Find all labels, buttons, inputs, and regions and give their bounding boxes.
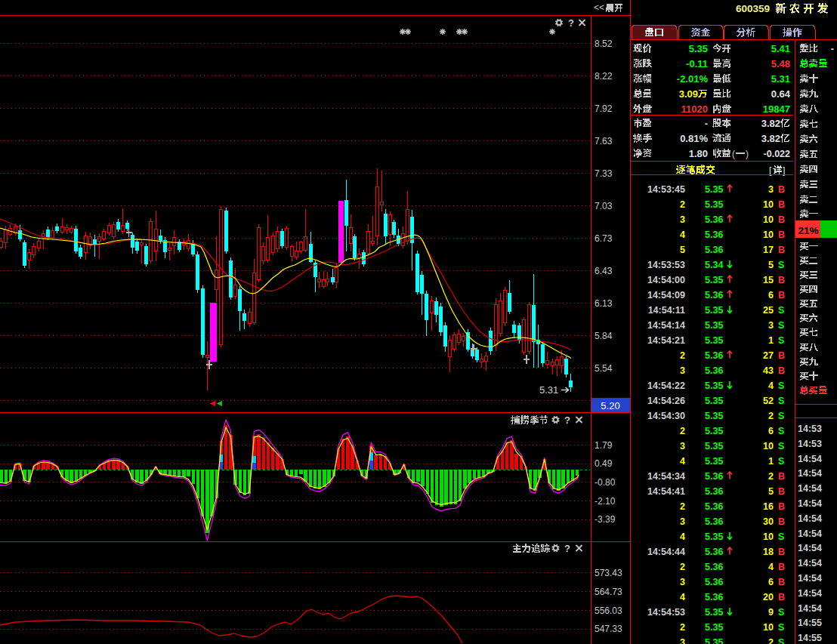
svg-text:2: 2 bbox=[680, 562, 685, 572]
svg-text:5.35: 5.35 bbox=[705, 184, 723, 195]
svg-text:B: B bbox=[778, 562, 785, 572]
svg-text:3: 3 bbox=[680, 365, 685, 376]
svg-text:5.36: 5.36 bbox=[705, 365, 723, 376]
svg-text:?: ? bbox=[568, 17, 574, 29]
svg-text:14:54:41: 14:54:41 bbox=[647, 486, 685, 497]
svg-text:5.35: 5.35 bbox=[705, 396, 723, 406]
svg-text:(: ( bbox=[732, 149, 735, 159]
svg-text:2: 2 bbox=[680, 426, 685, 436]
svg-text:5.36: 5.36 bbox=[705, 230, 723, 240]
svg-text:20: 20 bbox=[763, 592, 774, 602]
svg-text:5.36: 5.36 bbox=[705, 245, 723, 255]
svg-text:B: B bbox=[778, 184, 785, 195]
svg-text:14:53: 14:53 bbox=[798, 424, 822, 434]
svg-text:S: S bbox=[778, 260, 784, 270]
svg-text:-2.01%: -2.01% bbox=[677, 73, 709, 85]
svg-text:3: 3 bbox=[680, 516, 685, 527]
svg-text:14:54:26: 14:54:26 bbox=[647, 396, 685, 406]
svg-text:14:54:44: 14:54:44 bbox=[647, 547, 685, 557]
svg-text:3.82: 3.82 bbox=[761, 118, 780, 129]
svg-text:5.36: 5.36 bbox=[705, 562, 723, 572]
svg-text:S: S bbox=[778, 381, 784, 391]
svg-text:6.73: 6.73 bbox=[595, 233, 613, 244]
svg-text:-: - bbox=[831, 44, 834, 54]
svg-text:5: 5 bbox=[768, 486, 774, 497]
svg-text:3: 3 bbox=[680, 637, 685, 644]
svg-text:?: ? bbox=[564, 543, 570, 554]
svg-text:556.03: 556.03 bbox=[595, 605, 622, 616]
svg-text:): ) bbox=[746, 149, 749, 159]
svg-text:B: B bbox=[778, 501, 785, 512]
svg-text:14:54:30: 14:54:30 bbox=[647, 411, 685, 421]
svg-text:5.35: 5.35 bbox=[705, 441, 723, 451]
svg-text:2: 2 bbox=[680, 199, 685, 210]
svg-text:-0.80: -0.80 bbox=[595, 477, 616, 488]
svg-text:1: 1 bbox=[768, 456, 774, 467]
svg-text:1: 1 bbox=[768, 335, 774, 346]
svg-text:S: S bbox=[778, 426, 784, 436]
svg-text:14:54: 14:54 bbox=[798, 498, 822, 509]
svg-text:14:54:11: 14:54:11 bbox=[648, 305, 685, 316]
svg-text:10: 10 bbox=[763, 441, 774, 451]
svg-text:-: - bbox=[705, 118, 708, 129]
svg-text:6.43: 6.43 bbox=[595, 266, 613, 276]
svg-text:14:54: 14:54 bbox=[798, 543, 822, 553]
svg-text:11020: 11020 bbox=[681, 103, 708, 115]
svg-text:600359: 600359 bbox=[736, 3, 770, 14]
svg-text:6: 6 bbox=[768, 290, 774, 300]
svg-text:B: B bbox=[778, 245, 785, 255]
svg-text:B: B bbox=[778, 350, 785, 361]
svg-text:-0.022: -0.022 bbox=[764, 149, 790, 159]
svg-text:2: 2 bbox=[768, 471, 774, 482]
svg-text:43: 43 bbox=[763, 365, 774, 376]
svg-text:14:53: 14:53 bbox=[798, 439, 822, 449]
svg-text:30: 30 bbox=[763, 516, 774, 527]
svg-text:4: 4 bbox=[768, 381, 774, 391]
svg-text:B: B bbox=[778, 486, 785, 497]
svg-text:14:54:34: 14:54:34 bbox=[647, 471, 685, 482]
svg-text:5.36: 5.36 bbox=[705, 486, 723, 497]
svg-text:[: [ bbox=[769, 165, 772, 176]
svg-text:16: 16 bbox=[763, 501, 774, 512]
svg-text:S: S bbox=[778, 320, 784, 331]
svg-text:B: B bbox=[778, 592, 785, 602]
svg-text:8.52: 8.52 bbox=[595, 39, 613, 49]
svg-text:14:54:53: 14:54:53 bbox=[647, 607, 685, 618]
svg-text:5.20: 5.20 bbox=[601, 400, 619, 411]
svg-text:547.33: 547.33 bbox=[595, 624, 622, 634]
svg-text:5.36: 5.36 bbox=[705, 592, 723, 602]
svg-text:19847: 19847 bbox=[763, 103, 790, 115]
svg-text:S: S bbox=[778, 411, 784, 421]
svg-text:5.34: 5.34 bbox=[705, 260, 723, 270]
svg-text:5.41: 5.41 bbox=[771, 43, 790, 54]
svg-text:0.49: 0.49 bbox=[595, 458, 613, 469]
svg-text:14:54:09: 14:54:09 bbox=[647, 290, 685, 300]
svg-text:0.64: 0.64 bbox=[771, 88, 791, 100]
svg-text:3: 3 bbox=[680, 577, 685, 587]
svg-text:2: 2 bbox=[680, 350, 685, 361]
svg-text:6: 6 bbox=[768, 577, 774, 587]
svg-text:14:54: 14:54 bbox=[798, 513, 822, 524]
svg-text:14:55: 14:55 bbox=[798, 618, 822, 628]
svg-text:S: S bbox=[778, 622, 784, 633]
svg-text:5.36: 5.36 bbox=[705, 350, 723, 361]
svg-text:5.35: 5.35 bbox=[705, 426, 723, 436]
svg-text:5.36: 5.36 bbox=[705, 516, 723, 527]
svg-text:9: 9 bbox=[768, 607, 774, 618]
svg-text:2: 2 bbox=[768, 637, 774, 644]
svg-text:10: 10 bbox=[763, 230, 774, 240]
svg-text:14:54:00: 14:54:00 bbox=[647, 275, 685, 285]
svg-text:14:53:45: 14:53:45 bbox=[647, 184, 685, 195]
svg-text:<<: << bbox=[594, 2, 604, 13]
svg-text:5.36: 5.36 bbox=[705, 471, 723, 482]
svg-text:3: 3 bbox=[768, 184, 774, 195]
svg-text:5.36: 5.36 bbox=[705, 547, 723, 557]
svg-text:5.35: 5.35 bbox=[705, 275, 723, 285]
svg-text:52: 52 bbox=[763, 396, 774, 406]
svg-text:18: 18 bbox=[763, 547, 774, 557]
svg-text:B: B bbox=[778, 547, 785, 557]
svg-text:14:55: 14:55 bbox=[798, 633, 822, 643]
svg-text:10: 10 bbox=[763, 199, 774, 210]
svg-text:B: B bbox=[778, 516, 785, 527]
svg-text:2: 2 bbox=[680, 622, 685, 633]
